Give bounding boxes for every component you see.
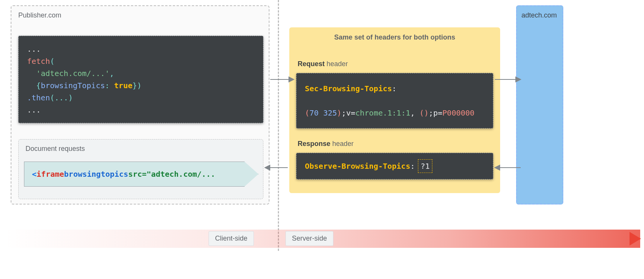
arrow-publisher-to-headers [270, 79, 294, 80]
req-p2: ) [337, 108, 341, 117]
headers-title: Same set of headers for both options [289, 27, 500, 41]
arrow-headers-to-adtech [495, 79, 521, 80]
fetch-code-block: ... fetch( 'adtech.com/...', {browsingTo… [18, 36, 263, 123]
adtech-label: adtech.com [521, 11, 557, 19]
code-brace-close: } [132, 81, 137, 90]
code-paren-close: ) [137, 81, 142, 90]
code-brace: { [36, 81, 41, 90]
headers-panel: Same set of headers for both options Req… [289, 27, 500, 193]
req-comma: , [410, 108, 419, 117]
code-colon: : [105, 81, 114, 90]
code-url: 'adtech.com/...' [36, 69, 110, 78]
arrow-adtech-to-headers [495, 167, 521, 168]
iframe-eq: = [142, 170, 147, 179]
response-header-label: Response header [298, 140, 354, 148]
client-side-label: Client-side [209, 231, 254, 246]
adtech-panel: adtech.com [516, 5, 563, 204]
document-requests-panel: Document requests <iframe browsingtopics… [18, 139, 263, 199]
req-semip: ;p= [429, 108, 442, 117]
iframe-attr: browsingtopics [64, 170, 128, 179]
resp-colon: : [410, 162, 415, 171]
resp-header-value: ?1 [418, 159, 432, 173]
code-paren: ( [50, 57, 54, 66]
response-header-block: Observe-Browsing-Topics:?1 [296, 153, 493, 179]
code-then-args: (...) [50, 93, 73, 102]
req-colon: : [392, 84, 397, 93]
server-side-label: Server-side [285, 231, 333, 246]
code-comma: , [110, 69, 114, 78]
document-requests-label: Document requests [26, 145, 85, 153]
req-p1: ( [305, 108, 309, 117]
resp-header-name: Observe-Browsing-Topics [305, 162, 410, 171]
code-opt-key: browsingTopics [41, 81, 105, 90]
arrow-headers-to-publisher [265, 167, 288, 168]
iframe-lt: < [32, 170, 37, 179]
code-opt-val: true [114, 81, 132, 90]
req-n1: 70 [309, 108, 319, 117]
req-n2: 325 [323, 108, 337, 117]
request-header-label: Request header [298, 60, 348, 68]
request-header-block: Sec-Browsing-Topics: (70 325);v=chrome.1… [296, 73, 493, 128]
iframe-src-val: "adtech.com/... [147, 170, 215, 179]
req-header-name: Sec-Browsing-Topics [305, 84, 392, 93]
iframe-tag-block: <iframe browsingtopics src="adtech.com/.… [24, 162, 258, 187]
req-vval: chrome.1:1:1 [355, 108, 410, 117]
diagram-canvas: Publisher.com ... fetch( 'adtech.com/...… [0, 0, 644, 279]
req-sp [319, 108, 323, 117]
client-server-divider [278, 0, 279, 251]
iframe-src-attr: src [128, 170, 142, 179]
req-pval: P000000 [442, 108, 474, 117]
code-dots: ... [27, 44, 41, 54]
req-p3: ( [419, 108, 424, 117]
code-fetch: fetch [27, 57, 50, 66]
req-p4: ) [424, 108, 429, 117]
code-dots2: ... [27, 105, 41, 114]
iframe-tag: iframe [37, 170, 64, 179]
publisher-label: Publisher.com [18, 11, 61, 19]
req-semiv: ;v= [341, 108, 355, 117]
publisher-panel: Publisher.com ... fetch( 'adtech.com/...… [11, 5, 269, 204]
code-then: .then [27, 93, 50, 102]
